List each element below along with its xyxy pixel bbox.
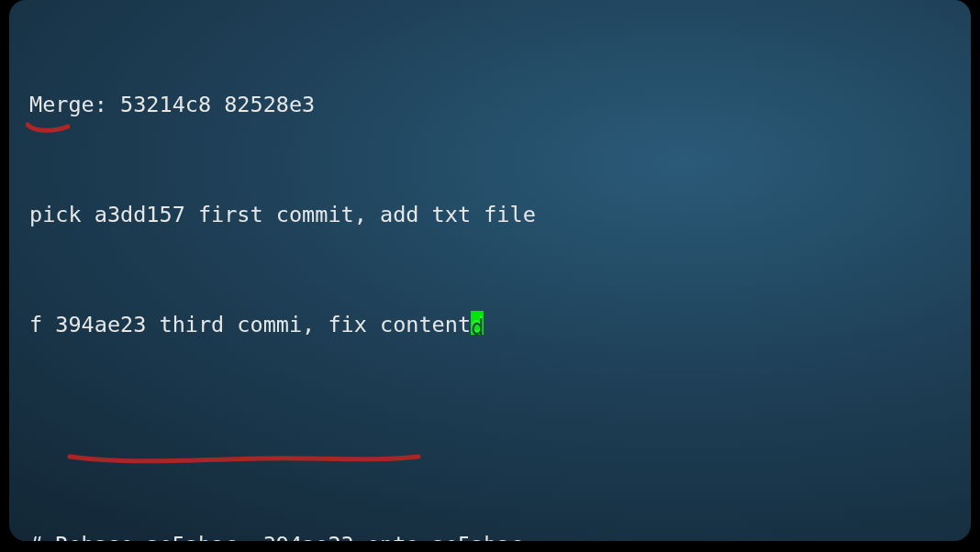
text-editor[interactable]: Merge: 53214c8 82528e3 pick a3dd157 firs… (29, 13, 952, 541)
text-cursor (471, 311, 484, 335)
editor-line: Merge: 53214c8 82528e3 (29, 86, 952, 123)
editor-line: pick a3dd157 first commit, add txt file (29, 196, 952, 233)
line-text: pick a3dd157 first commit, add txt file (29, 202, 536, 227)
line-text: # Rebase ae5abac..394ae23 onto ae5abac (29, 532, 523, 541)
editor-line: # Rebase ae5abac..394ae23 onto ae5abac (29, 526, 952, 541)
line-text: f 394ae23 third commi, fix contentd (29, 312, 484, 337)
editor-line: f 394ae23 third commi, fix contentd (29, 306, 952, 343)
terminal-window: Merge: 53214c8 82528e3 pick a3dd157 firs… (9, 0, 971, 541)
editor-line (29, 416, 952, 453)
line-text: Merge: 53214c8 82528e3 (29, 92, 315, 117)
